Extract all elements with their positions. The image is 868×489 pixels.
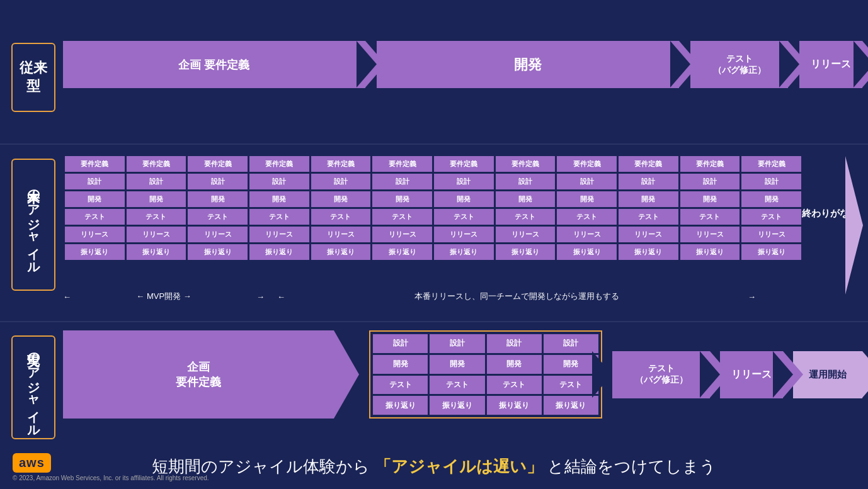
- divider-1: [0, 143, 868, 145]
- row1-arrow2: 開発: [377, 41, 679, 88]
- row1-label-text: 従来型: [20, 59, 47, 95]
- bottom-highlight: 「アジャイルは遅い」: [375, 457, 543, 476]
- aws-logo: aws © 2023, Amazon Web Services, Inc. or…: [13, 453, 209, 481]
- row3-test: テスト（バグ修正）: [612, 351, 710, 398]
- agile-row-2: 設計設計設計設計設計設計設計設計設計設計設計設計: [65, 174, 801, 189]
- slide: 従来型 企画 要件定義 開発 テスト（バグ修正） リリース 運用開始 本来のアジ…: [0, 0, 868, 489]
- aws-copyright: © 2023, Amazon Web Services, Inc. or its…: [13, 475, 209, 481]
- row1-arrow4: リリース: [799, 41, 862, 88]
- row3-label: 現実のアジャイル: [11, 335, 55, 439]
- agile-row-6: 振り返り振り返り振り返り振り返り振り返り振り返り振り返り振り返り振り返り振り返り…: [65, 244, 801, 260]
- agile-section: 要件定義要件定義要件定義要件定義要件定義要件定義要件定義要件定義要件定義要件定義…: [63, 154, 803, 262]
- agile-row-5: リリースリリースリリースリリースリリースリリースリリースリリースリリースリリース…: [65, 227, 801, 242]
- row3-planning: 企画要件定義: [63, 330, 334, 419]
- aws-logo-text: aws: [13, 453, 51, 473]
- row1-arrow1: 企画 要件定義: [63, 41, 365, 88]
- mvp-arrow: ← ← MVP開発 → →: [63, 291, 265, 302]
- agile-row-1: 要件定義要件定義要件定義要件定義要件定義要件定義要件定義要件定義要件定義要件定義…: [65, 156, 801, 172]
- row3-sprint-block: 設計 設計 設計 設計 開発 開発 開発 開発 テスト テスト テスト テスト …: [369, 330, 602, 419]
- row2-label: 本来のアジャイル: [11, 159, 55, 291]
- divider-2: [0, 321, 868, 322]
- agile-grid: 要件定義要件定義要件定義要件定義要件定義要件定義要件定義要件定義要件定義要件定義…: [63, 154, 803, 262]
- row3-content: 企画要件定義 設計 設計 設計 設計 開発 開発 開発 開発 テスト テスト テ…: [63, 330, 862, 419]
- row1-arrow3: テスト（バグ修正）: [690, 41, 788, 88]
- agile-row-4: テストテストテストテストテストテストテストテストテストテストテストテスト: [65, 209, 801, 225]
- agile-row-3: 開発開発開発開発開発開発開発開発開発開発開発開発: [65, 191, 801, 207]
- row1-arrows: 企画 要件定義 開発 テスト（バグ修正） リリース 運用開始: [63, 41, 868, 88]
- bottom-arrows: ← ← MVP開発 → → ← 本番リリースし、同一チームで開発しながら運用もす…: [63, 291, 756, 302]
- row1-label: 従来型: [11, 43, 55, 112]
- bottom-suffix: と結論をつけてしまう: [547, 457, 716, 476]
- row3-final: 運用開始: [793, 351, 862, 398]
- row2-chevron: [845, 156, 863, 295]
- release-arrow: ← 本番リリースし、同一チームで開発しながら運用もする →: [277, 291, 756, 302]
